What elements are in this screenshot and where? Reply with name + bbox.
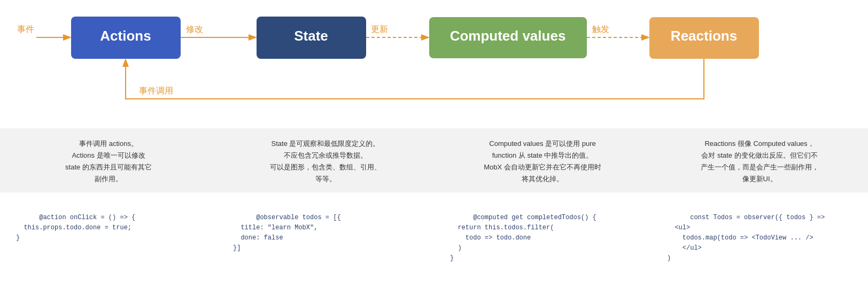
computed-label: Computed values	[450, 28, 566, 44]
computed-desc-text: Computed values 是可以使用 pure function 从 st…	[484, 140, 601, 183]
label-trigger: 触发	[592, 25, 609, 34]
diagram-section: 事件 Actions 修改 State 更新 Computed values 触…	[0, 0, 868, 128]
state-label: State	[294, 28, 328, 44]
code-row: @action onClick = () => { this.props.tod…	[0, 192, 868, 283]
feedback-arrow	[126, 59, 704, 99]
label-modify: 修改	[186, 25, 203, 34]
bottom-section: 事件调用 actions。 Actions 是唯一可以修改 state 的东西并…	[0, 128, 868, 284]
actions-code: @action onClick = () => { this.props.tod…	[0, 198, 217, 278]
description-row: 事件调用 actions。 Actions 是唯一可以修改 state 的东西并…	[0, 128, 868, 192]
state-description: State 是可观察和最低限度定义的。 不应包含冗余或推导数据。 可以是图形，包…	[217, 138, 434, 185]
reactions-code: const Todos = observer({ todos } => <ul>…	[651, 198, 868, 278]
label-event: 事件	[17, 25, 34, 34]
state-code: @observable todos = [{ title: "learn Mob…	[217, 198, 434, 278]
state-code-text: @observable todos = [{ title: "learn Mob…	[233, 214, 341, 252]
state-desc-text: State 是可观察和最低限度定义的。 不应包含冗余或推导数据。 可以是图形，包…	[270, 140, 381, 183]
computed-code-text: @computed get completedTodos() { return …	[450, 214, 596, 262]
reactions-label: Reactions	[671, 28, 737, 44]
actions-description: 事件调用 actions。 Actions 是唯一可以修改 state 的东西并…	[0, 138, 217, 185]
label-update: 更新	[371, 25, 388, 34]
computed-code: @computed get completedTodos() { return …	[434, 198, 651, 278]
label-feedback: 事件调用	[139, 86, 173, 95]
computed-description: Computed values 是可以使用 pure function 从 st…	[434, 138, 651, 185]
reactions-desc-text: Reactions 很像 Computed values， 会对 state 的…	[701, 140, 819, 183]
reactions-description: Reactions 很像 Computed values， 会对 state 的…	[651, 138, 868, 185]
reactions-code-text: const Todos = observer({ todos } => <ul>…	[667, 214, 825, 262]
actions-desc-text: 事件调用 actions。 Actions 是唯一可以修改 state 的东西并…	[65, 140, 152, 183]
actions-label: Actions	[100, 28, 151, 44]
actions-code-text: @action onClick = () => { this.props.tod…	[16, 214, 135, 242]
